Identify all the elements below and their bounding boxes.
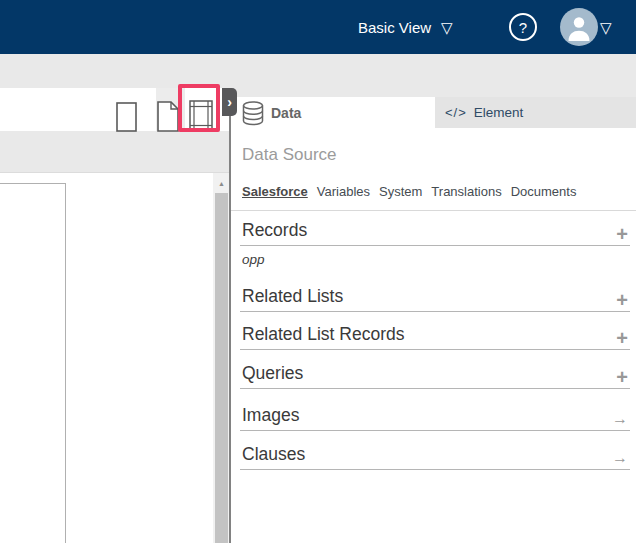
panel-collapse-button[interactable]: › bbox=[222, 88, 237, 116]
tab-data[interactable]: Data bbox=[231, 97, 435, 129]
source-tab-translations[interactable]: Translations bbox=[431, 184, 501, 199]
data-source-tabs: Salesforce Variables System Translations… bbox=[242, 184, 576, 199]
open-images-button[interactable]: → bbox=[612, 411, 628, 427]
section-related-list-records-label: Related List Records bbox=[242, 324, 404, 345]
question-mark-icon: ? bbox=[519, 19, 527, 36]
page-view-toolbar: › bbox=[0, 88, 230, 131]
chevron-down-icon: ▽ bbox=[441, 20, 453, 35]
scrollbar-thumb[interactable] bbox=[215, 193, 228, 543]
add-related-list-record-button[interactable]: + bbox=[616, 328, 628, 348]
tab-data-label: Data bbox=[271, 105, 301, 121]
user-menu-chevron-icon[interactable]: ▽ bbox=[600, 19, 612, 37]
section-records: Records + bbox=[240, 218, 630, 246]
avatar[interactable] bbox=[560, 8, 598, 46]
canvas-scrollbar: ▲ bbox=[213, 173, 230, 543]
code-icon: </> bbox=[445, 105, 467, 120]
help-button[interactable]: ? bbox=[509, 13, 537, 41]
database-icon bbox=[242, 101, 264, 126]
section-images-label: Images bbox=[242, 405, 299, 426]
panel-heading: Data Source bbox=[242, 145, 337, 165]
page-with-fold-view-button[interactable] bbox=[157, 101, 179, 132]
add-record-button[interactable]: + bbox=[616, 224, 628, 244]
section-clauses: Clauses → bbox=[240, 442, 630, 470]
triangle-up-icon: ▲ bbox=[218, 180, 225, 187]
add-related-list-button[interactable]: + bbox=[616, 290, 628, 310]
section-related-list-records: Related List Records + bbox=[240, 322, 630, 350]
blank-page-icon bbox=[116, 102, 137, 132]
section-related-lists-label: Related Lists bbox=[242, 286, 343, 307]
page-view-button[interactable] bbox=[116, 102, 137, 132]
page-margins-icon bbox=[189, 100, 213, 132]
source-tab-salesforce[interactable]: Salesforce bbox=[242, 184, 308, 199]
section-queries: Queries + bbox=[240, 361, 630, 389]
section-queries-label: Queries bbox=[242, 363, 303, 384]
folded-page-icon bbox=[157, 101, 179, 132]
source-tab-documents[interactable]: Documents bbox=[511, 184, 577, 199]
scroll-up-button[interactable]: ▲ bbox=[213, 173, 230, 193]
top-navbar: Basic View ▽ ? ▽ bbox=[0, 0, 636, 54]
page-margins-view-button[interactable] bbox=[189, 100, 213, 132]
source-tab-system[interactable]: System bbox=[379, 184, 422, 199]
view-mode-selector[interactable]: Basic View ▽ bbox=[358, 0, 453, 54]
template-designer-app: Basic View ▽ ? ▽ bbox=[0, 0, 636, 543]
section-clauses-label: Clauses bbox=[242, 444, 305, 465]
tab-element[interactable]: </> Element bbox=[435, 97, 636, 128]
document-page bbox=[0, 183, 66, 543]
person-icon bbox=[560, 8, 598, 46]
view-mode-label: Basic View bbox=[358, 19, 431, 36]
section-images: Images → bbox=[240, 403, 630, 431]
open-clauses-button[interactable]: → bbox=[612, 450, 628, 466]
source-tab-variables[interactable]: Variables bbox=[317, 184, 370, 199]
section-records-label: Records bbox=[242, 220, 307, 241]
section-related-lists: Related Lists + bbox=[240, 284, 630, 312]
tab-element-label: Element bbox=[474, 105, 524, 120]
data-panel: Data </> Element Data Source Salesforce … bbox=[231, 97, 636, 543]
add-query-button[interactable]: + bbox=[616, 367, 628, 387]
document-canvas: ▲ bbox=[0, 172, 230, 543]
record-item-opp[interactable]: opp bbox=[242, 252, 265, 267]
source-tabs-rule bbox=[231, 210, 636, 211]
canvas-margin-band bbox=[0, 131, 230, 172]
chevron-right-icon: › bbox=[227, 94, 232, 110]
